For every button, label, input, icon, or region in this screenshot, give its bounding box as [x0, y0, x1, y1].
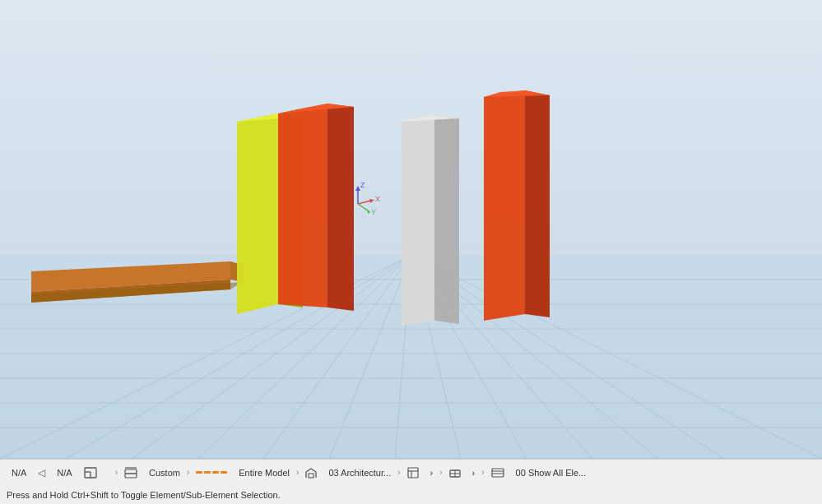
floor-plan-icon [84, 467, 97, 479]
svg-marker-42 [402, 115, 434, 326]
walls-label: › [472, 468, 476, 478]
svg-marker-45 [484, 90, 525, 321]
arch-button[interactable] [300, 465, 322, 480]
svg-rect-55 [408, 468, 418, 478]
architecture-label: 03 Architectur... [328, 468, 391, 478]
walls-icon [449, 467, 461, 479]
building-plans-label: › [430, 468, 434, 478]
orange-dashes-icon [196, 471, 227, 474]
scale-arrow: › [115, 468, 118, 477]
statusbar-hint: Press and Hold Ctrl+Shift to Toggle Elem… [0, 485, 822, 504]
arch-arrow: › [397, 468, 400, 477]
svg-rect-52 [125, 469, 137, 474]
svg-text:X: X [375, 195, 380, 203]
show-all-label: 00 Show All Ele... [516, 468, 587, 478]
entire-model-value[interactable]: Entire Model [234, 466, 295, 479]
scale-value[interactable] [104, 471, 114, 474]
show-icon [491, 468, 504, 478]
coord-na-right: N/A [52, 466, 77, 479]
coord-na-left: N/A [7, 466, 31, 479]
entire-model-label: Entire Model [239, 468, 290, 478]
svg-marker-43 [434, 115, 459, 324]
svg-rect-54 [309, 474, 313, 478]
orange-dashes-button[interactable] [191, 469, 232, 475]
walls-value[interactable]: › [467, 466, 481, 479]
show-all-value[interactable]: 00 Show All Ele... [511, 466, 592, 479]
statusbar-top: N/A ◁ N/A › [0, 460, 822, 485]
building-plans-value[interactable]: › [425, 466, 439, 479]
custom-label: Custom [149, 468, 180, 478]
svg-marker-31 [327, 104, 354, 311]
3d-viewport[interactable]: Z Y X [0, 0, 822, 459]
svg-marker-27 [237, 113, 278, 314]
svg-rect-61 [492, 469, 504, 477]
bp-icon [407, 467, 419, 479]
walls-button[interactable] [444, 465, 466, 480]
custom-arrow: › [187, 468, 189, 477]
back-icon: ◁ [38, 467, 45, 479]
svg-marker-46 [525, 90, 550, 317]
grid-svg: Z Y X [0, 0, 822, 459]
svg-rect-51 [125, 474, 137, 478]
stories-icon [124, 467, 137, 479]
stories-button[interactable] [119, 465, 142, 480]
back-button[interactable]: ◁ [33, 465, 50, 480]
em-arrow: › [296, 468, 299, 477]
na-label-right: N/A [57, 468, 72, 478]
svg-marker-30 [278, 104, 327, 307]
bp-arrow: › [439, 468, 442, 477]
floor-plan-button[interactable] [79, 465, 102, 480]
show-button[interactable] [486, 466, 509, 479]
bp-button[interactable] [402, 465, 424, 480]
walls-arrow: › [481, 468, 484, 477]
statusbar: N/A ◁ N/A › [0, 459, 822, 504]
arch-icon [305, 467, 317, 479]
custom-value[interactable]: Custom [144, 466, 185, 479]
architecture-value[interactable]: 03 Architectur... [323, 466, 396, 479]
svg-text:Y: Y [371, 208, 376, 216]
svg-text:Z: Z [360, 181, 365, 189]
na-label-left: N/A [12, 468, 26, 478]
hint-text: Press and Hold Ctrl+Shift to Toggle Elem… [7, 490, 281, 500]
